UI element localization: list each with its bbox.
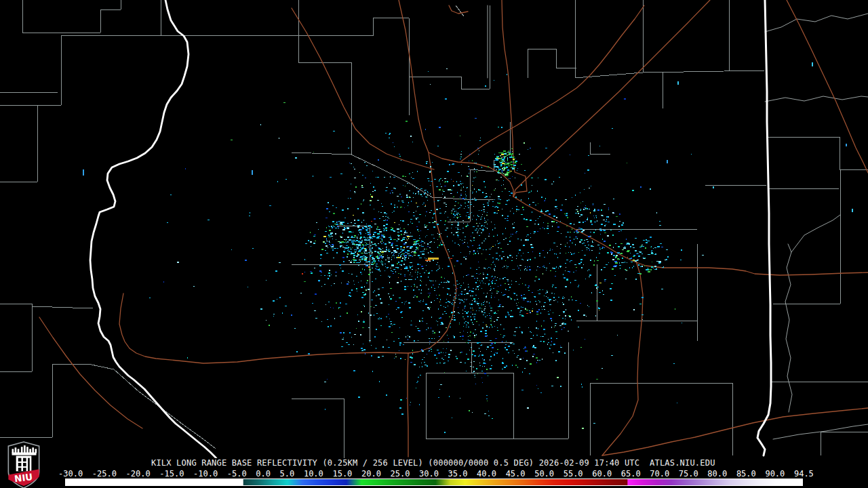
radar-echo	[580, 239, 583, 241]
radar-echo	[370, 256, 371, 257]
radar-echo	[532, 202, 534, 203]
radar-echo	[441, 282, 442, 283]
radar-echo	[458, 232, 459, 233]
radar-echo	[453, 300, 454, 301]
radar-echo	[490, 345, 492, 346]
radar-echo	[397, 257, 401, 258]
radar-echo	[422, 366, 422, 367]
radar-echo	[427, 195, 428, 196]
radar-echo	[394, 256, 395, 256]
radar-echo	[587, 242, 588, 243]
radar-echo	[400, 228, 401, 228]
radar-echo	[488, 415, 490, 416]
radar-echo	[413, 216, 415, 216]
radar-echo	[518, 268, 519, 268]
radar-echo	[514, 293, 515, 294]
radar-echo	[467, 205, 469, 206]
radar-echo	[578, 310, 579, 311]
radar-echo	[435, 281, 436, 281]
radar-echo	[496, 159, 497, 159]
radar-echo	[511, 155, 512, 156]
radar-echo	[417, 328, 419, 329]
radar-echo	[496, 293, 498, 293]
radar-echo	[364, 306, 365, 307]
radar-echo	[397, 235, 400, 236]
radar-echo	[631, 246, 631, 247]
radar-echo	[540, 228, 540, 229]
radar-echo	[443, 341, 444, 342]
radar-echo	[391, 270, 392, 271]
radar-echo	[419, 258, 422, 258]
radar-echo	[659, 221, 660, 222]
radar-echo	[504, 266, 505, 267]
radar-echo	[413, 192, 414, 194]
radar-echo	[488, 267, 490, 268]
radar-echo	[358, 396, 360, 398]
radar-echo	[502, 215, 503, 216]
radar-echo	[560, 266, 561, 268]
radar-echo	[149, 298, 151, 298]
radar-echo	[471, 276, 473, 277]
radar-echo	[456, 281, 458, 281]
radar-echo	[473, 226, 475, 227]
radar-echo	[359, 232, 360, 233]
radar-echo	[393, 295, 394, 296]
radar-echo	[341, 346, 343, 347]
radar-echo	[565, 263, 566, 264]
radar-echo	[341, 224, 342, 224]
radar-echo	[347, 250, 348, 251]
radar-echo	[656, 261, 659, 262]
radar-echo	[404, 276, 406, 277]
radar-echo	[394, 146, 395, 147]
radar-echo	[525, 308, 526, 308]
radar-echo	[505, 163, 507, 165]
radar-echo	[521, 239, 521, 241]
radar-echo	[567, 217, 568, 218]
radar-echo	[487, 315, 488, 316]
radar-echo	[486, 326, 488, 327]
radar-echo	[556, 253, 557, 255]
radar-echo	[362, 212, 364, 214]
radar-echo	[447, 281, 448, 281]
radar-echo	[536, 362, 537, 363]
radar-echo	[551, 327, 552, 328]
radar-echo	[400, 256, 401, 257]
radar-echo	[252, 170, 253, 175]
radar-echo	[418, 231, 419, 232]
radar-echo	[474, 301, 475, 302]
radar-echo	[447, 171, 449, 172]
radar-echo	[490, 318, 491, 319]
radar-echo	[403, 237, 406, 238]
radar-echo	[412, 256, 413, 257]
radar-echo	[526, 313, 528, 314]
radar-echo	[431, 252, 433, 253]
radar-echo	[391, 259, 392, 260]
radar-echo	[524, 170, 526, 171]
radar-echo	[594, 260, 595, 262]
radar-echo	[596, 257, 597, 258]
radar-echo	[418, 330, 419, 331]
radar-echo	[542, 359, 542, 360]
radar-echo	[461, 176, 462, 176]
radar-echo	[417, 229, 418, 230]
radar-echo	[523, 358, 524, 359]
radar-echo	[342, 339, 344, 340]
colorbar	[65, 479, 803, 486]
radar-echo	[389, 326, 391, 327]
radar-echo	[379, 255, 381, 256]
radar-echo	[459, 245, 460, 246]
radar-echo	[474, 163, 475, 163]
radar-echo	[387, 340, 387, 340]
radar-echo	[552, 268, 553, 268]
radar-echo	[332, 239, 333, 239]
radar-echo	[470, 240, 471, 241]
radar-echo	[340, 224, 342, 225]
radar-echo	[363, 201, 363, 201]
radar-echo	[451, 303, 452, 304]
radar-echo	[421, 349, 422, 350]
radar-echo	[354, 334, 356, 335]
radar-echo	[526, 270, 528, 270]
radar-echo	[515, 335, 515, 336]
radar-echo	[382, 241, 382, 242]
radar-echo	[595, 216, 597, 216]
